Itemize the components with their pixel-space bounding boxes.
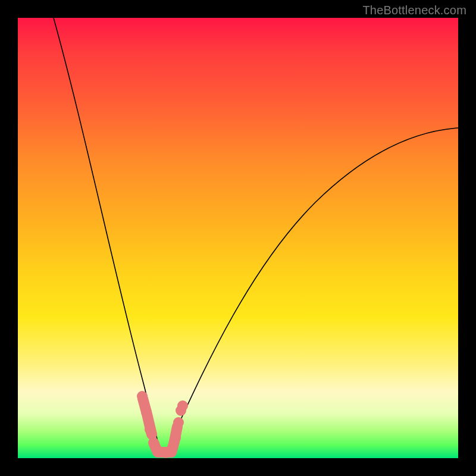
curve-left-branch [54, 18, 161, 453]
marker-dot [173, 417, 184, 428]
chart-frame: TheBottleneck.com [0, 0, 476, 476]
watermark-text: TheBottleneck.com [362, 4, 466, 17]
marker-dot [137, 391, 148, 402]
marker-dot [141, 407, 152, 418]
marker-dot [177, 400, 188, 411]
curve-right-branch [165, 128, 458, 454]
bottleneck-curve [18, 18, 458, 458]
marker-dot [167, 444, 177, 455]
plot-area [18, 18, 458, 458]
marker-dot [145, 424, 155, 435]
marker-dot [170, 433, 181, 443]
